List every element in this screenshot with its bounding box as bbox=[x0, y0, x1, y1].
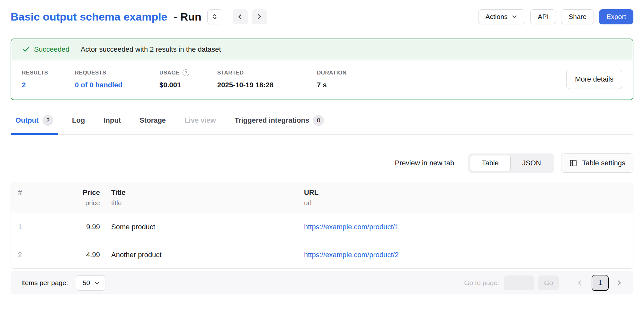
go-button[interactable]: Go bbox=[538, 275, 559, 290]
table-settings-button[interactable]: Table settings bbox=[561, 153, 633, 173]
actor-title-link[interactable]: Basic output schema example bbox=[11, 11, 167, 23]
run-status-card: Succeeded Actor succeeded with 2 results… bbox=[11, 39, 633, 100]
results-table: # Price price Title title URL url 1 9.99… bbox=[11, 182, 633, 269]
column-header-price-key: price bbox=[61, 198, 100, 208]
table-row: 2 4.99 Another product https://example.c… bbox=[11, 241, 633, 268]
chevron-down-icon bbox=[94, 280, 100, 286]
up-down-chevrons-icon bbox=[211, 13, 218, 20]
tab-triggered-integrations-badge: 0 bbox=[313, 115, 324, 126]
tab-log-label: Log bbox=[72, 116, 85, 125]
pagination-bar: Items per page: 50 Go to page: Go 1 bbox=[11, 271, 633, 294]
items-per-page-value: 50 bbox=[83, 279, 90, 287]
chevron-left-icon bbox=[576, 279, 583, 286]
help-icon[interactable]: ? bbox=[183, 69, 189, 76]
row-index: 1 bbox=[11, 223, 61, 231]
column-header-index: # bbox=[11, 188, 61, 198]
column-header-url-key: url bbox=[304, 198, 633, 208]
tab-input[interactable]: Input bbox=[103, 115, 121, 134]
tab-live-view-label: Live view bbox=[184, 116, 216, 125]
stat-usage-label: USAGE ? bbox=[159, 69, 217, 76]
export-button[interactable]: Export bbox=[599, 9, 633, 24]
stat-results-value[interactable]: 2 bbox=[22, 81, 75, 89]
chevron-down-icon bbox=[511, 13, 518, 20]
stat-started-label: STARTED bbox=[217, 70, 317, 76]
status-label: Succeeded bbox=[22, 45, 69, 54]
row-title: Some product bbox=[100, 223, 304, 231]
previous-page-button[interactable] bbox=[576, 279, 583, 286]
run-stats-row: RESULTS 2 REQUESTS 0 of 0 handled USAGE … bbox=[11, 60, 633, 100]
table-row: 1 9.99 Some product https://example.com/… bbox=[11, 213, 633, 241]
column-header-title-label: Title bbox=[111, 188, 304, 198]
column-header-price: Price price bbox=[61, 188, 100, 208]
table-icon bbox=[569, 159, 577, 167]
table-header-row: # Price price Title title URL url bbox=[11, 182, 633, 213]
chevron-right-icon bbox=[256, 13, 263, 20]
items-per-page-label: Items per page: bbox=[21, 279, 68, 287]
items-per-page-select[interactable]: 50 bbox=[76, 275, 105, 291]
tab-input-label: Input bbox=[103, 116, 121, 125]
stat-duration-value: 7 s bbox=[317, 81, 347, 89]
status-text: Succeeded bbox=[34, 45, 69, 54]
tab-log[interactable]: Log bbox=[72, 115, 85, 134]
api-label: API bbox=[538, 13, 549, 21]
tab-storage[interactable]: Storage bbox=[139, 115, 166, 134]
stat-results-label: RESULTS bbox=[22, 70, 75, 76]
tab-triggered-integrations-label: Triggered integrations bbox=[235, 116, 309, 125]
status-message: Actor succeeded with 2 results in the da… bbox=[81, 45, 221, 54]
run-detail-page: Basic output schema example - Run Action… bbox=[0, 9, 644, 314]
preview-in-new-tab-link[interactable]: Preview in new tab bbox=[395, 159, 454, 167]
tab-triggered-integrations[interactable]: Triggered integrations 0 bbox=[235, 115, 324, 134]
tab-output[interactable]: Output 2 bbox=[15, 115, 53, 134]
stat-usage: USAGE ? $0.001 bbox=[159, 69, 217, 89]
row-url-link[interactable]: https://example.com/product/1 bbox=[304, 223, 399, 231]
tab-output-badge: 2 bbox=[42, 115, 53, 126]
stat-results: RESULTS 2 bbox=[22, 70, 75, 89]
row-url-link[interactable]: https://example.com/product/2 bbox=[304, 251, 399, 259]
actions-button[interactable]: Actions bbox=[478, 9, 525, 24]
row-url: https://example.com/product/2 bbox=[304, 251, 633, 259]
column-header-price-label: Price bbox=[61, 188, 100, 198]
table-settings-label: Table settings bbox=[582, 159, 625, 167]
stat-started: STARTED 2025-10-19 18:28 bbox=[217, 70, 317, 89]
stat-requests-value[interactable]: 0 of 0 handled bbox=[75, 81, 159, 89]
share-label: Share bbox=[568, 13, 586, 21]
stat-requests: REQUESTS 0 of 0 handled bbox=[75, 70, 159, 89]
chevron-left-icon bbox=[237, 13, 244, 20]
stat-duration: DURATION 7 s bbox=[317, 70, 347, 89]
stat-duration-label: DURATION bbox=[317, 70, 347, 76]
chevron-right-icon bbox=[616, 279, 623, 286]
more-details-button[interactable]: More details bbox=[566, 70, 622, 89]
view-toggle: Table JSON bbox=[468, 153, 554, 173]
row-title: Another product bbox=[100, 251, 304, 259]
tab-live-view: Live view bbox=[184, 115, 216, 134]
export-label: Export bbox=[606, 13, 626, 21]
column-header-title-key: title bbox=[111, 198, 304, 208]
view-toggle-json[interactable]: JSON bbox=[511, 155, 553, 171]
page-header: Basic output schema example - Run Action… bbox=[11, 9, 633, 24]
previous-run-button[interactable] bbox=[233, 9, 248, 24]
page-number-button[interactable]: 1 bbox=[592, 275, 609, 291]
check-icon bbox=[22, 45, 30, 54]
run-tabs: Output 2 Log Input Storage Live view Tri… bbox=[11, 115, 633, 135]
stat-requests-label: REQUESTS bbox=[75, 70, 159, 76]
tab-storage-label: Storage bbox=[139, 116, 166, 125]
run-suffix: - Run bbox=[174, 11, 201, 23]
share-button[interactable]: Share bbox=[561, 9, 594, 24]
stat-usage-label-text: USAGE bbox=[159, 70, 180, 76]
go-to-page-input[interactable] bbox=[504, 275, 534, 290]
column-header-index-label: # bbox=[18, 188, 61, 198]
row-url: https://example.com/product/1 bbox=[304, 223, 633, 231]
column-header-url-label: URL bbox=[304, 188, 633, 198]
stat-usage-value: $0.001 bbox=[159, 81, 217, 89]
page-title: Basic output schema example - Run bbox=[11, 11, 201, 23]
go-to-page-label: Go to page: bbox=[464, 279, 499, 287]
output-toolbar: Preview in new tab Table JSON Table sett… bbox=[11, 153, 633, 173]
stat-started-value: 2025-10-19 18:28 bbox=[217, 81, 317, 89]
api-button[interactable]: API bbox=[530, 9, 556, 24]
run-selector-button[interactable] bbox=[207, 9, 222, 24]
column-header-url: URL url bbox=[304, 188, 633, 208]
next-run-button[interactable] bbox=[252, 9, 267, 24]
view-toggle-table[interactable]: Table bbox=[470, 155, 511, 171]
next-page-button[interactable] bbox=[616, 279, 623, 286]
tab-output-label: Output bbox=[15, 116, 39, 125]
